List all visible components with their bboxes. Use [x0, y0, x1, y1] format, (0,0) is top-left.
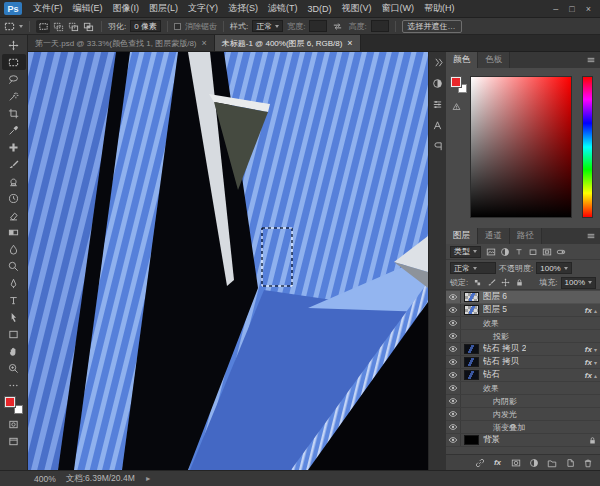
layer-row[interactable]: 钻石 拷贝fx▾ — [446, 356, 600, 369]
layer-thumbnail[interactable] — [464, 357, 479, 367]
tab-close-icon[interactable]: × — [347, 39, 352, 48]
layer-effect-row[interactable]: 内发光 — [446, 408, 600, 421]
screen-mode-button[interactable] — [2, 433, 26, 449]
layer-visibility-toggle[interactable] — [446, 382, 461, 394]
lock-all-button[interactable] — [513, 277, 526, 289]
panel-properties-button[interactable] — [431, 98, 445, 111]
panel-character-button[interactable] — [431, 119, 445, 132]
new-layer-button[interactable] — [563, 457, 576, 469]
tool-path-selection[interactable] — [2, 309, 26, 325]
tool-crop[interactable] — [2, 105, 26, 121]
antialias-checkbox[interactable] — [174, 23, 181, 30]
layer-row[interactable]: 背景 — [446, 434, 600, 447]
selection-mode-sub-sel-button[interactable] — [66, 20, 80, 33]
layer-thumbnail[interactable] — [464, 344, 479, 354]
status-options-arrow-icon[interactable]: ► — [145, 475, 152, 482]
opacity-dropdown[interactable]: 100% — [536, 262, 571, 274]
fx-badge[interactable]: fx — [585, 306, 592, 315]
lock-transparency-button[interactable] — [471, 277, 484, 289]
layer-visibility-toggle[interactable] — [446, 317, 461, 329]
layer-thumbnail[interactable] — [464, 305, 479, 315]
layer-visibility-toggle[interactable] — [446, 356, 461, 368]
feather-input[interactable]: 0 像素 — [130, 20, 161, 32]
layer-visibility-toggle[interactable] — [446, 291, 461, 303]
layers-tab-1[interactable]: 通道 — [478, 228, 510, 244]
canvas[interactable] — [28, 52, 428, 470]
selection-mode-new-sel-button[interactable] — [36, 20, 50, 33]
fx-expand-icon[interactable]: ▾ — [594, 346, 597, 353]
add-layer-mask-button[interactable] — [509, 457, 522, 469]
edit-toolbar-button[interactable] — [2, 377, 26, 393]
menu-item-7[interactable]: 3D(D) — [303, 0, 337, 17]
layer-visibility-toggle[interactable] — [446, 343, 461, 355]
menu-item-2[interactable]: 图像(I) — [108, 0, 145, 17]
layer-thumbnail[interactable] — [464, 435, 479, 445]
panel-menu-icon[interactable] — [582, 52, 600, 68]
lock-position-button[interactable] — [499, 277, 512, 289]
tool-lasso[interactable] — [2, 71, 26, 87]
close-button[interactable]: × — [586, 4, 591, 14]
tool-clone-stamp[interactable] — [2, 173, 26, 189]
height-input[interactable] — [371, 20, 389, 32]
tool-eyedropper[interactable] — [2, 122, 26, 138]
color-swatches[interactable] — [5, 397, 23, 414]
delete-layer-button[interactable] — [581, 457, 594, 469]
tool-gradient[interactable] — [2, 224, 26, 240]
new-adjustment-layer-button[interactable] — [527, 457, 540, 469]
minimize-button[interactable]: – — [553, 4, 558, 14]
filter-toggle-switch[interactable] — [554, 246, 567, 258]
hue-slider[interactable] — [582, 76, 593, 218]
quick-mask-button[interactable] — [2, 416, 26, 432]
tool-brush[interactable] — [2, 156, 26, 172]
tool-dodge[interactable] — [2, 258, 26, 274]
tool-magic-wand[interactable] — [2, 88, 26, 104]
tool-spot-healing[interactable] — [2, 139, 26, 155]
collapse-panels-button[interactable] — [431, 56, 445, 69]
tool-pen[interactable] — [2, 275, 26, 291]
filter-adjustment-button[interactable] — [498, 246, 511, 258]
foreground-color-swatch[interactable] — [451, 77, 461, 87]
document-tab-1[interactable]: 未标题-1 @ 400%(图层 6, RGB/8)× — [215, 35, 361, 51]
layer-visibility-toggle[interactable] — [446, 421, 461, 433]
layer-visibility-toggle[interactable] — [446, 434, 461, 446]
document-tab-0[interactable]: 第一天.psd @ 33.3%(颜色查找 1, 图层蒙版/8)× — [28, 35, 215, 51]
layer-thumbnail[interactable] — [464, 370, 479, 380]
layer-thumbnail[interactable] — [464, 292, 479, 302]
tool-hand[interactable] — [2, 343, 26, 359]
menu-item-6[interactable]: 滤镜(T) — [263, 0, 303, 17]
foreground-color-swatch[interactable] — [5, 397, 15, 407]
layer-visibility-toggle[interactable] — [446, 304, 461, 316]
maximize-button[interactable]: □ — [569, 4, 574, 14]
menu-item-9[interactable]: 窗口(W) — [377, 0, 420, 17]
swap-dimensions-button[interactable] — [331, 20, 344, 32]
layer-row[interactable]: 钻石fx▴ — [446, 369, 600, 382]
menu-item-1[interactable]: 编辑(E) — [68, 0, 108, 17]
menu-item-10[interactable]: 帮助(H) — [419, 0, 460, 17]
style-dropdown[interactable]: 正常 — [252, 20, 283, 32]
layer-effect-row[interactable]: 渐变叠加 — [446, 421, 600, 434]
tool-eraser[interactable] — [2, 207, 26, 223]
selection-mode-add-sel-button[interactable] — [51, 20, 65, 33]
new-group-button[interactable] — [545, 457, 558, 469]
layer-visibility-toggle[interactable] — [446, 408, 461, 420]
app-logo[interactable]: Ps — [4, 2, 22, 15]
selection-mode-int-sel-button[interactable] — [81, 20, 95, 33]
panel-adjustments-button[interactable] — [431, 77, 445, 90]
color-swatch-pair[interactable] — [451, 77, 467, 93]
layer-row[interactable]: 图层 5fx▴ — [446, 304, 600, 317]
menu-item-0[interactable]: 文件(F) — [28, 0, 68, 17]
panel-paragraph-button[interactable] — [431, 140, 445, 153]
panel-menu-icon[interactable] — [582, 228, 600, 244]
tool-rect-marquee[interactable] — [2, 54, 26, 70]
zoom-level-field[interactable]: 400% — [34, 474, 56, 484]
tool-move[interactable] — [2, 37, 26, 53]
blend-mode-dropdown[interactable]: 正常 — [450, 262, 496, 274]
filter-pixel-button[interactable] — [484, 246, 497, 258]
tab-close-icon[interactable]: × — [202, 39, 207, 48]
filter-shape-button[interactable] — [526, 246, 539, 258]
saturation-brightness-picker[interactable] — [470, 76, 572, 218]
fx-badge[interactable]: fx — [585, 358, 592, 367]
tool-blur[interactable] — [2, 241, 26, 257]
select-and-mask-button[interactable]: 选择并遮住… — [402, 20, 462, 33]
menu-item-3[interactable]: 图层(L) — [144, 0, 183, 17]
